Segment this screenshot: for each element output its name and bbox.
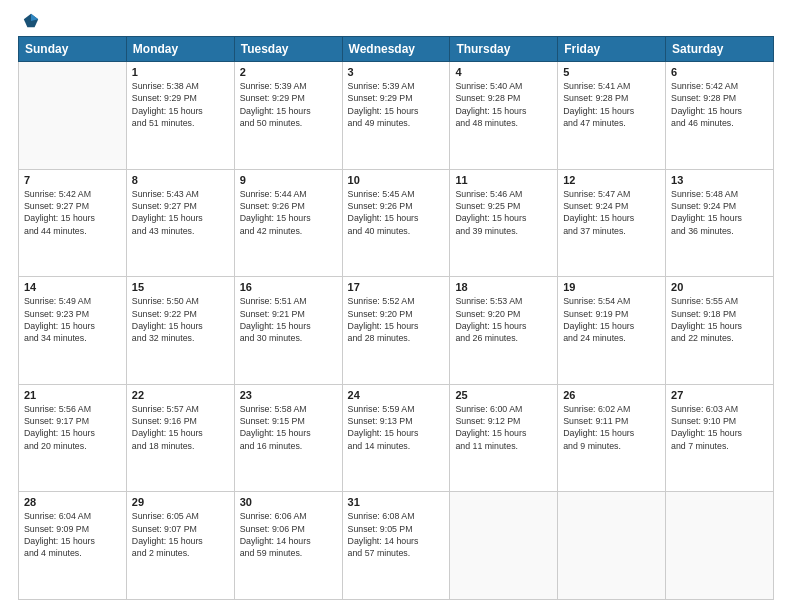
calendar-cell: 28Sunrise: 6:04 AM Sunset: 9:09 PM Dayli… [19, 492, 127, 600]
day-number: 25 [455, 389, 552, 401]
day-info: Sunrise: 5:55 AM Sunset: 9:18 PM Dayligh… [671, 295, 768, 344]
calendar-cell: 1Sunrise: 5:38 AM Sunset: 9:29 PM Daylig… [126, 62, 234, 170]
calendar-cell: 16Sunrise: 5:51 AM Sunset: 9:21 PM Dayli… [234, 277, 342, 385]
calendar-header-friday: Friday [558, 37, 666, 62]
calendar-cell: 19Sunrise: 5:54 AM Sunset: 9:19 PM Dayli… [558, 277, 666, 385]
day-info: Sunrise: 5:58 AM Sunset: 9:15 PM Dayligh… [240, 403, 337, 452]
calendar-cell: 2Sunrise: 5:39 AM Sunset: 9:29 PM Daylig… [234, 62, 342, 170]
day-number: 4 [455, 66, 552, 78]
day-info: Sunrise: 5:50 AM Sunset: 9:22 PM Dayligh… [132, 295, 229, 344]
calendar-cell: 25Sunrise: 6:00 AM Sunset: 9:12 PM Dayli… [450, 384, 558, 492]
calendar-cell: 4Sunrise: 5:40 AM Sunset: 9:28 PM Daylig… [450, 62, 558, 170]
day-info: Sunrise: 5:39 AM Sunset: 9:29 PM Dayligh… [348, 80, 445, 129]
calendar-header-wednesday: Wednesday [342, 37, 450, 62]
calendar-week-row-3: 21Sunrise: 5:56 AM Sunset: 9:17 PM Dayli… [19, 384, 774, 492]
calendar-cell: 14Sunrise: 5:49 AM Sunset: 9:23 PM Dayli… [19, 277, 127, 385]
day-number: 26 [563, 389, 660, 401]
day-info: Sunrise: 6:05 AM Sunset: 9:07 PM Dayligh… [132, 510, 229, 559]
calendar-header-monday: Monday [126, 37, 234, 62]
day-number: 15 [132, 281, 229, 293]
day-info: Sunrise: 5:53 AM Sunset: 9:20 PM Dayligh… [455, 295, 552, 344]
day-number: 28 [24, 496, 121, 508]
day-number: 5 [563, 66, 660, 78]
calendar-cell: 18Sunrise: 5:53 AM Sunset: 9:20 PM Dayli… [450, 277, 558, 385]
calendar-cell: 8Sunrise: 5:43 AM Sunset: 9:27 PM Daylig… [126, 169, 234, 277]
header [18, 12, 774, 30]
day-info: Sunrise: 5:44 AM Sunset: 9:26 PM Dayligh… [240, 188, 337, 237]
calendar-week-row-4: 28Sunrise: 6:04 AM Sunset: 9:09 PM Dayli… [19, 492, 774, 600]
calendar-cell: 30Sunrise: 6:06 AM Sunset: 9:06 PM Dayli… [234, 492, 342, 600]
day-info: Sunrise: 6:08 AM Sunset: 9:05 PM Dayligh… [348, 510, 445, 559]
calendar-cell: 3Sunrise: 5:39 AM Sunset: 9:29 PM Daylig… [342, 62, 450, 170]
day-number: 21 [24, 389, 121, 401]
calendar-cell: 29Sunrise: 6:05 AM Sunset: 9:07 PM Dayli… [126, 492, 234, 600]
calendar-cell: 15Sunrise: 5:50 AM Sunset: 9:22 PM Dayli… [126, 277, 234, 385]
day-number: 8 [132, 174, 229, 186]
day-info: Sunrise: 5:39 AM Sunset: 9:29 PM Dayligh… [240, 80, 337, 129]
day-info: Sunrise: 5:47 AM Sunset: 9:24 PM Dayligh… [563, 188, 660, 237]
calendar-week-row-1: 7Sunrise: 5:42 AM Sunset: 9:27 PM Daylig… [19, 169, 774, 277]
day-number: 13 [671, 174, 768, 186]
day-info: Sunrise: 5:42 AM Sunset: 9:27 PM Dayligh… [24, 188, 121, 237]
calendar-week-row-2: 14Sunrise: 5:49 AM Sunset: 9:23 PM Dayli… [19, 277, 774, 385]
calendar-cell: 11Sunrise: 5:46 AM Sunset: 9:25 PM Dayli… [450, 169, 558, 277]
calendar-cell: 22Sunrise: 5:57 AM Sunset: 9:16 PM Dayli… [126, 384, 234, 492]
day-info: Sunrise: 6:03 AM Sunset: 9:10 PM Dayligh… [671, 403, 768, 452]
calendar-cell: 7Sunrise: 5:42 AM Sunset: 9:27 PM Daylig… [19, 169, 127, 277]
day-number: 1 [132, 66, 229, 78]
day-info: Sunrise: 5:51 AM Sunset: 9:21 PM Dayligh… [240, 295, 337, 344]
day-info: Sunrise: 5:46 AM Sunset: 9:25 PM Dayligh… [455, 188, 552, 237]
calendar-cell [19, 62, 127, 170]
day-info: Sunrise: 5:59 AM Sunset: 9:13 PM Dayligh… [348, 403, 445, 452]
day-info: Sunrise: 5:41 AM Sunset: 9:28 PM Dayligh… [563, 80, 660, 129]
calendar-cell: 12Sunrise: 5:47 AM Sunset: 9:24 PM Dayli… [558, 169, 666, 277]
calendar-cell [666, 492, 774, 600]
day-number: 12 [563, 174, 660, 186]
calendar-header-tuesday: Tuesday [234, 37, 342, 62]
calendar-cell: 27Sunrise: 6:03 AM Sunset: 9:10 PM Dayli… [666, 384, 774, 492]
day-number: 29 [132, 496, 229, 508]
day-number: 9 [240, 174, 337, 186]
logo [18, 12, 40, 30]
calendar-header-saturday: Saturday [666, 37, 774, 62]
day-info: Sunrise: 5:40 AM Sunset: 9:28 PM Dayligh… [455, 80, 552, 129]
calendar-cell: 17Sunrise: 5:52 AM Sunset: 9:20 PM Dayli… [342, 277, 450, 385]
day-info: Sunrise: 5:38 AM Sunset: 9:29 PM Dayligh… [132, 80, 229, 129]
calendar-cell: 5Sunrise: 5:41 AM Sunset: 9:28 PM Daylig… [558, 62, 666, 170]
day-info: Sunrise: 6:06 AM Sunset: 9:06 PM Dayligh… [240, 510, 337, 559]
day-info: Sunrise: 5:43 AM Sunset: 9:27 PM Dayligh… [132, 188, 229, 237]
day-info: Sunrise: 6:00 AM Sunset: 9:12 PM Dayligh… [455, 403, 552, 452]
day-info: Sunrise: 6:04 AM Sunset: 9:09 PM Dayligh… [24, 510, 121, 559]
day-number: 14 [24, 281, 121, 293]
day-info: Sunrise: 5:57 AM Sunset: 9:16 PM Dayligh… [132, 403, 229, 452]
day-number: 27 [671, 389, 768, 401]
calendar-cell [558, 492, 666, 600]
calendar-cell: 10Sunrise: 5:45 AM Sunset: 9:26 PM Dayli… [342, 169, 450, 277]
calendar-cell: 6Sunrise: 5:42 AM Sunset: 9:28 PM Daylig… [666, 62, 774, 170]
day-number: 2 [240, 66, 337, 78]
day-number: 24 [348, 389, 445, 401]
calendar-header-sunday: Sunday [19, 37, 127, 62]
day-number: 20 [671, 281, 768, 293]
calendar-cell: 9Sunrise: 5:44 AM Sunset: 9:26 PM Daylig… [234, 169, 342, 277]
day-info: Sunrise: 5:45 AM Sunset: 9:26 PM Dayligh… [348, 188, 445, 237]
logo-flag-icon [22, 12, 40, 30]
calendar-header-row: SundayMondayTuesdayWednesdayThursdayFrid… [19, 37, 774, 62]
day-info: Sunrise: 5:54 AM Sunset: 9:19 PM Dayligh… [563, 295, 660, 344]
day-number: 16 [240, 281, 337, 293]
day-number: 10 [348, 174, 445, 186]
day-number: 3 [348, 66, 445, 78]
calendar-cell [450, 492, 558, 600]
calendar-cell: 13Sunrise: 5:48 AM Sunset: 9:24 PM Dayli… [666, 169, 774, 277]
calendar-cell: 24Sunrise: 5:59 AM Sunset: 9:13 PM Dayli… [342, 384, 450, 492]
day-number: 7 [24, 174, 121, 186]
day-number: 17 [348, 281, 445, 293]
calendar-cell: 20Sunrise: 5:55 AM Sunset: 9:18 PM Dayli… [666, 277, 774, 385]
day-number: 22 [132, 389, 229, 401]
day-number: 6 [671, 66, 768, 78]
day-info: Sunrise: 5:48 AM Sunset: 9:24 PM Dayligh… [671, 188, 768, 237]
day-number: 31 [348, 496, 445, 508]
day-info: Sunrise: 5:42 AM Sunset: 9:28 PM Dayligh… [671, 80, 768, 129]
day-number: 30 [240, 496, 337, 508]
calendar-cell: 26Sunrise: 6:02 AM Sunset: 9:11 PM Dayli… [558, 384, 666, 492]
